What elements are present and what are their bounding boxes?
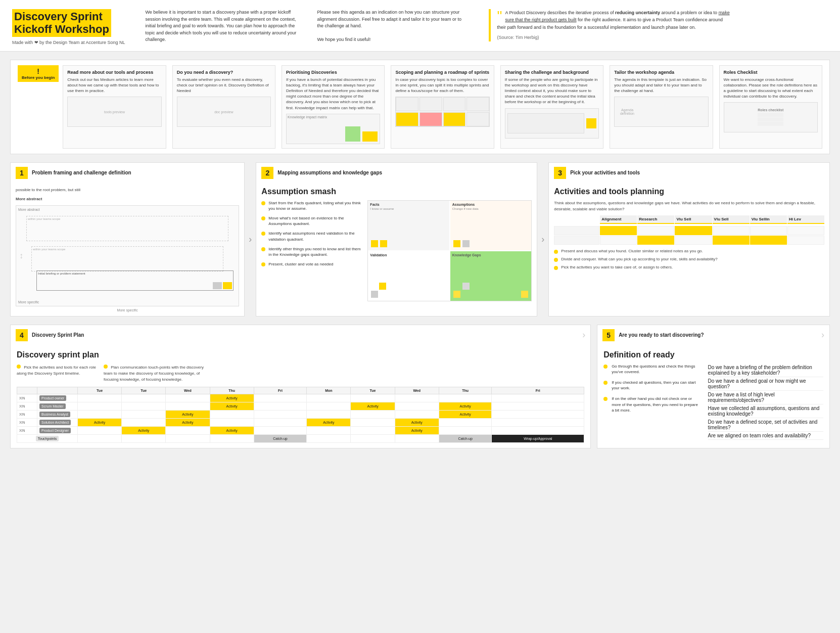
s3-bullet-2: Divide and conquer. What can you pick up… — [554, 257, 824, 262]
intro-card-1: Read more about our tools and process Ch… — [63, 65, 166, 149]
intro-card-5: Sharing the challenge and background If … — [500, 65, 603, 149]
s3-dot-1 — [554, 250, 558, 254]
intro-card-3: Prioritising Discoveries If you have a b… — [282, 65, 385, 149]
col-hilev: Hi Lev — [787, 215, 824, 224]
section-4-card: 4 Discovery Sprint Plan › Discovery spri… — [10, 325, 591, 448]
td-role-sa: Solution Architect — [37, 418, 78, 426]
th-thu-2: Thu — [439, 387, 492, 394]
nav-arrow-1-2[interactable]: › — [247, 232, 254, 247]
section-2-number: 2 — [261, 167, 273, 179]
s1-footer: More specific — [16, 308, 239, 312]
th-mon: Mon — [307, 387, 351, 394]
sa-activity-3: Activity — [307, 418, 351, 426]
kg-sticky-2 — [462, 283, 470, 290]
catchup-1: Catch-up — [254, 434, 307, 442]
section-5-card: 5 Are you ready to start discovering? › … — [597, 325, 830, 448]
dor-item-2: If you checked all questions, then you c… — [603, 380, 699, 391]
s2-grid: Facts I know or assume Assumptions Chang… — [367, 200, 532, 301]
step-4-dot — [261, 247, 265, 251]
intro-card-visual-1: tools preview — [67, 97, 161, 127]
sprint-desc-2: Plan communication touch-points with the… — [104, 364, 205, 383]
diagram-arrow: ↕ — [19, 251, 23, 260]
bottom-row: 4 Discovery Sprint Plan › Discovery spri… — [10, 325, 830, 448]
th-wed-2: Wed — [395, 387, 439, 394]
dor-check-6: Are we aligned on team roles and availab… — [708, 432, 823, 440]
scope-box-2: within your teams scope — [31, 246, 223, 272]
assumptions-sticky-2 — [462, 240, 470, 247]
col-vlu2: Vlu Sell — [713, 215, 750, 224]
dor-check-2: Do we have a defined goal or how might w… — [708, 377, 823, 391]
nav-arrow-2-3[interactable]: › — [539, 232, 546, 247]
dor-check-4: Have we collected all assumptions, quest… — [708, 404, 823, 418]
validation-quadrant: Validation — [368, 251, 449, 301]
td-xin-sa: XIN — [17, 418, 37, 426]
facts-sticky-2 — [380, 240, 387, 247]
pd-activity-3: Activity — [395, 426, 439, 434]
diagram-label-specific: More specific — [18, 300, 39, 304]
sprint-plan-title: Discovery sprint plan — [17, 350, 584, 359]
s3-bullet-3: Pick the activities you want to take car… — [554, 265, 824, 270]
td-role-po: Product owner — [37, 394, 78, 402]
dor-check-1: Do we have a briefing of the problem def… — [708, 364, 823, 377]
td-role-sm: Scrum Master — [37, 402, 78, 410]
section-4-body: Discovery sprint plan Pick the activitie… — [11, 345, 590, 448]
sa-activity-4: Activity — [395, 418, 439, 426]
td-touchpoints: Touchpoints — [17, 434, 78, 442]
dor-dot-3 — [603, 397, 608, 401]
col-vlu3: Vlu Sellin — [750, 215, 787, 224]
header-description-1: We believe it is important to start a di… — [145, 9, 297, 43]
sa-activity-1: Activity — [78, 418, 122, 426]
share-content-visual — [505, 108, 599, 139]
sm-activity-1: Activity — [210, 402, 254, 410]
th-fri-2: Fri — [492, 387, 584, 394]
th-thu-1: Thu — [210, 387, 254, 394]
th-empty-2 — [37, 387, 78, 394]
section-2-card: 2 Mapping assumptions and knowledge gaps… — [256, 162, 537, 316]
ba-activity-2: Activity — [439, 410, 492, 418]
title-block: Discovery Sprint Kickoff Workshop Made w… — [12, 9, 125, 45]
th-wed-1: Wed — [166, 387, 210, 394]
s3-dot-2 — [554, 258, 558, 262]
s1-diagram: More abstract More specific within your … — [16, 205, 239, 306]
dor-check-3: Do we have a list of high level requirem… — [708, 391, 823, 404]
td-xin-sm: XIN — [17, 402, 37, 410]
initial-briefing-box: Initial briefing or problem statement — [36, 270, 234, 291]
section-4-title: Discovery Sprint Plan — [32, 332, 84, 338]
assumptions-sticky-1 — [453, 240, 460, 247]
s3-bullet-1: Present and discuss what you found. Clus… — [554, 249, 824, 254]
assumptions-label: Assumptions — [452, 203, 529, 206]
pd-activity-1: Activity — [122, 426, 166, 434]
s2-step-1: Start from the Facts quadrant, listing w… — [261, 200, 362, 211]
section-2-title: Mapping assumptions and knowledge gaps — [277, 169, 382, 176]
header-quote: " A Product Discovery describes the iter… — [489, 9, 731, 41]
dor-layout: Go through the questions and check the t… — [603, 364, 823, 440]
section-1-card: 1 Problem framing and challenge definiti… — [10, 162, 245, 316]
section-2-body: Assumption smash Start from the Facts qu… — [256, 183, 537, 305]
knowledge-impact-matrix: Knowledge impact matrix — [286, 114, 380, 144]
dor-item-1: Go through the questions and check the t… — [603, 364, 699, 375]
nav-arrow-4[interactable]: › — [582, 330, 585, 340]
section-1-title: Problem framing and challenge definition — [32, 169, 131, 176]
catchup-2: Catch-up — [439, 434, 492, 442]
section-4-header: 4 Discovery Sprint Plan › — [11, 325, 590, 345]
s2-step-3: Identify what assumptions need validatio… — [261, 231, 362, 242]
section-5-header: 5 Are you ready to start discovering? › — [597, 325, 829, 345]
sprint-row-pd: XIN Product Designer Activity Activity A… — [17, 426, 584, 434]
intro-cards: Read more about our tools and process Ch… — [63, 65, 822, 149]
intro-badge: ! Before you begin — [18, 65, 59, 82]
page-subtitle: Made with ❤ by the Design Team at Accent… — [12, 40, 125, 45]
s2-step-2: Move what's not based on evidence to the… — [261, 215, 362, 227]
sprint-row-sa: XIN Solution Architect Activity Activity… — [17, 418, 584, 426]
th-tue-3: Tue — [351, 387, 395, 394]
sm-activity-3: Activity — [439, 402, 492, 410]
validation-sticky-1 — [371, 291, 378, 298]
header-description-2: Please see this agenda as an indication … — [317, 9, 469, 43]
intro-card-visual-2: doc preview — [177, 97, 271, 127]
facts-label: Facts — [370, 203, 447, 206]
col-research: Research — [637, 215, 674, 224]
nav-arrow-5[interactable]: › — [821, 330, 824, 340]
po-activity-1: Activity — [210, 394, 254, 402]
section-1-number: 1 — [16, 167, 28, 179]
td-xin-pd: XIN — [17, 426, 37, 434]
section-3-number: 3 — [554, 167, 566, 179]
